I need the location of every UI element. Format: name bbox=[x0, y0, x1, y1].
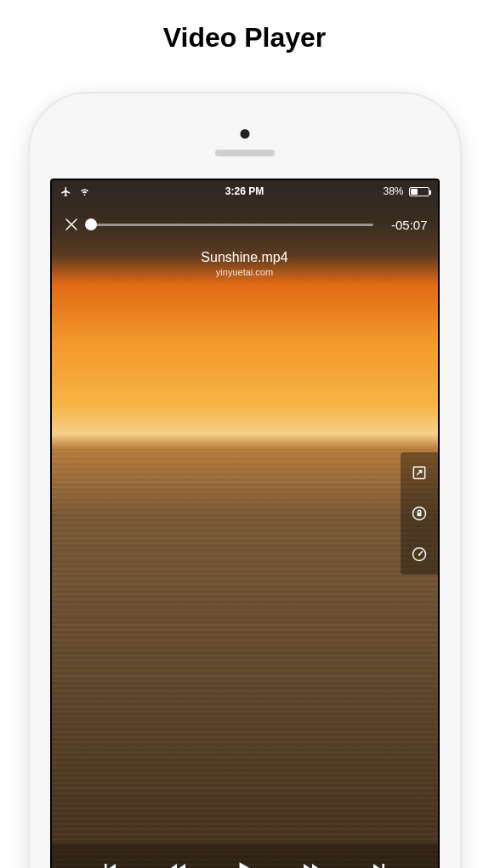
lock-icon bbox=[411, 505, 428, 522]
status-bar: 3:26 PM 38% bbox=[52, 180, 438, 202]
speedometer-icon bbox=[411, 546, 428, 563]
status-time: 3:26 PM bbox=[225, 185, 264, 197]
fast-forward-icon bbox=[300, 859, 324, 868]
phone-frame: 3:26 PM 38% -05:07 Sunshine.mp4 yinyueta… bbox=[28, 92, 462, 868]
battery-percent: 38% bbox=[383, 185, 403, 197]
rewind-button[interactable] bbox=[165, 859, 189, 868]
progress-thumb[interactable] bbox=[85, 218, 97, 230]
bottom-controls bbox=[52, 843, 438, 868]
side-toolbar bbox=[401, 452, 438, 575]
page-title: Video Player bbox=[0, 0, 489, 54]
fast-forward-button[interactable] bbox=[300, 859, 324, 868]
play-icon bbox=[233, 859, 255, 868]
next-track-icon bbox=[369, 859, 389, 868]
battery-fill bbox=[411, 189, 418, 195]
phone-speaker bbox=[215, 150, 275, 156]
close-icon bbox=[64, 217, 79, 232]
file-name: Sunshine.mp4 bbox=[52, 250, 438, 265]
rewind-icon bbox=[165, 859, 189, 868]
expand-button[interactable] bbox=[401, 452, 438, 493]
transport-row bbox=[52, 859, 438, 868]
progress-slider[interactable] bbox=[91, 224, 373, 226]
previous-button[interactable] bbox=[100, 859, 120, 868]
time-remaining: -05:07 bbox=[384, 218, 428, 232]
battery-icon bbox=[409, 187, 429, 196]
speed-button[interactable] bbox=[401, 534, 438, 575]
file-source: yinyuetai.com bbox=[52, 267, 438, 277]
play-button[interactable] bbox=[233, 859, 255, 868]
file-title-block: Sunshine.mp4 yinyuetai.com bbox=[52, 250, 438, 277]
top-controls: -05:07 bbox=[52, 206, 438, 243]
screen: 3:26 PM 38% -05:07 Sunshine.mp4 yinyueta… bbox=[50, 179, 440, 868]
svg-point-4 bbox=[418, 554, 419, 556]
phone-camera-dot bbox=[240, 129, 249, 139]
close-button[interactable] bbox=[62, 215, 81, 234]
next-button[interactable] bbox=[369, 859, 389, 868]
airplane-icon bbox=[60, 186, 71, 197]
wifi-icon bbox=[78, 186, 91, 196]
previous-track-icon bbox=[100, 859, 120, 868]
lock-button[interactable] bbox=[401, 493, 438, 534]
expand-icon bbox=[411, 464, 428, 481]
video-content[interactable] bbox=[52, 180, 438, 868]
